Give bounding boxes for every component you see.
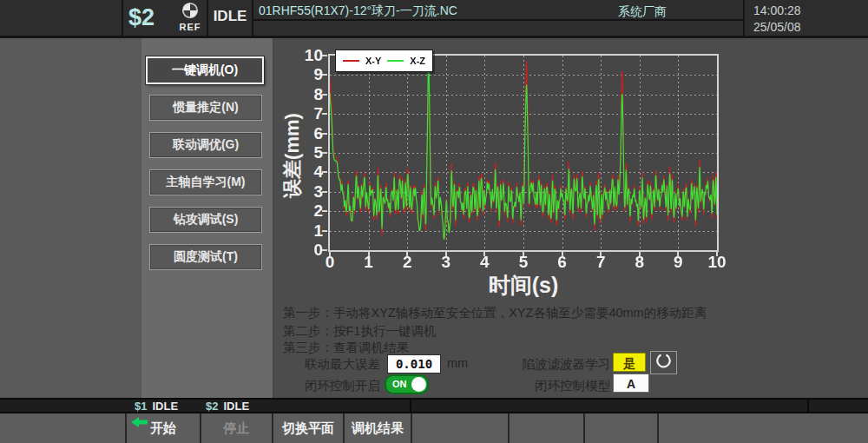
program-name: 01RHF55(R1X7)-12°球刀-一刀流.NC (259, 3, 457, 19)
loop-model-label: 闭环控制模型 (535, 378, 610, 394)
legend-label-xy: X-Y (365, 56, 381, 66)
y-tick-label: 8 (285, 85, 323, 104)
x-tick-mark (562, 252, 563, 256)
softkey-empty (508, 413, 583, 443)
y-tick-mark (322, 55, 327, 56)
softkey-empty (0, 413, 125, 443)
notch-filter-value[interactable]: 是 (613, 353, 646, 372)
channel1-state: IDLE (152, 400, 178, 413)
chart-legend: X-Y X-Z (335, 50, 433, 72)
y-tick-mark (322, 191, 327, 193)
header-bar: $2 REF IDLE 01RHF55(R1X7)-12°球刀-一刀流.NC 系… (0, 0, 868, 38)
menu-spindle-self-learn[interactable]: 主轴自学习(M) (149, 169, 262, 195)
notch-filter-label: 陷波滤波器学习 (523, 356, 611, 373)
y-tick-label: 4 (285, 162, 323, 182)
y-tick-label: 10 (285, 46, 323, 65)
y-tick-mark (322, 249, 327, 251)
active-softkey-arrow-icon (131, 415, 148, 431)
legend-swatch-xy (343, 60, 359, 62)
channel1-status: $1IDLE (135, 400, 178, 413)
legend-label-xz: X-Z (410, 56, 425, 66)
y-tick-label: 1 (285, 222, 323, 241)
y-tick-mark (322, 74, 327, 76)
channel-label: $2 (128, 4, 155, 31)
x-axis-title: 时间(s) (328, 271, 719, 300)
y-tick-mark (322, 230, 327, 232)
menu-inertia-estimation[interactable]: 惯量推定(N) (149, 95, 262, 121)
clock-time: 14:00:28 (753, 3, 801, 17)
y-tick-label: 3 (285, 182, 323, 202)
toggle-on-text: ON (392, 379, 407, 389)
ref-indicator: REF (174, 2, 207, 31)
y-tick-mark (322, 133, 327, 135)
y-tick-label: 5 (285, 143, 323, 162)
x-tick-mark (406, 252, 408, 256)
x-tick-mark (523, 252, 524, 256)
y-tick-label: 7 (285, 104, 323, 123)
x-tick-mark (639, 252, 641, 256)
softkey-empty (657, 413, 868, 443)
softkey-bar: 开始 停止 切换平面 调机结果 (0, 413, 868, 443)
softkey-switch-plane[interactable]: 切换平面 (272, 413, 343, 443)
left-margin-panel (0, 38, 141, 398)
instruction-step-2: 第二步：按F1执行一键调机 (283, 323, 436, 340)
x-tick-mark (368, 252, 370, 256)
x-tick-mark (677, 252, 679, 256)
instruction-step-1: 第一步：手动将XYZ轴移动至安全位置，XYZ各轴至少需要40mm的移动距离 (283, 305, 707, 321)
softkey-empty (583, 413, 657, 443)
vendor-label: 系统厂商 (618, 4, 667, 20)
status-divider (410, 400, 411, 412)
y-tick-label: 0 (285, 241, 323, 260)
y-tick-label: 9 (285, 65, 323, 84)
loop-model-value[interactable]: A (613, 374, 649, 393)
refresh-icon (655, 353, 672, 373)
channel2-status: $2IDLE (206, 400, 249, 413)
cnc-tuning-screen: $2 REF IDLE 01RHF55(R1X7)-12°球刀-一刀流.NC 系… (0, 0, 868, 443)
x-tick-mark (483, 252, 485, 256)
channel-status-bar: $1IDLE $2IDLE (0, 398, 868, 413)
menu-linkage-tuning[interactable]: 联动调优(G) (149, 132, 262, 158)
program-underline (253, 19, 743, 21)
header-divider (252, 0, 253, 36)
y-tick-label: 2 (285, 202, 323, 221)
header-divider (122, 0, 123, 36)
y-tick-mark (322, 152, 327, 154)
closed-loop-toggle[interactable]: ON (385, 374, 429, 394)
y-tick-mark (322, 171, 327, 173)
softkey-tuning-result[interactable]: 调机结果 (343, 413, 411, 443)
max-error-label: 联动最大误差 (305, 356, 380, 373)
menu-drill-tap-debug[interactable]: 钻攻调试(S) (149, 207, 262, 233)
error-chart-canvas (330, 56, 717, 250)
channel1-id: $1 (135, 400, 147, 413)
channel2-state: IDLE (223, 400, 249, 413)
x-tick-mark (716, 252, 718, 256)
menu-one-key-tuning[interactable]: 一键调机(O) (146, 56, 264, 84)
softkey-stop[interactable]: 停止 (200, 413, 272, 443)
max-error-unit: mm (447, 356, 468, 370)
machine-mode: IDLE (208, 8, 252, 25)
legend-swatch-xz (387, 60, 404, 62)
channel2-id: $2 (206, 400, 218, 413)
max-error-input[interactable]: 0.010 (387, 354, 441, 374)
x-tick-mark (600, 252, 602, 256)
softkey-empty (411, 413, 508, 443)
toggle-knob (411, 377, 426, 392)
ref-label: REF (174, 23, 207, 31)
clock-date: 25/05/08 (753, 20, 801, 34)
y-tick-mark (322, 210, 327, 212)
y-tick-mark (322, 113, 327, 115)
header-divider (743, 0, 745, 36)
x-tick-mark (445, 252, 447, 256)
x-tick-mark (329, 252, 331, 256)
status-divider (807, 400, 809, 412)
y-tick-label: 6 (285, 124, 323, 143)
menu-roundness-test[interactable]: 圆度测试(T) (149, 244, 262, 270)
ref-icon (181, 7, 199, 22)
notch-filter-refresh-button[interactable] (650, 351, 677, 374)
closed-loop-label: 闭环控制开启 (305, 378, 380, 394)
y-tick-mark (322, 94, 327, 96)
